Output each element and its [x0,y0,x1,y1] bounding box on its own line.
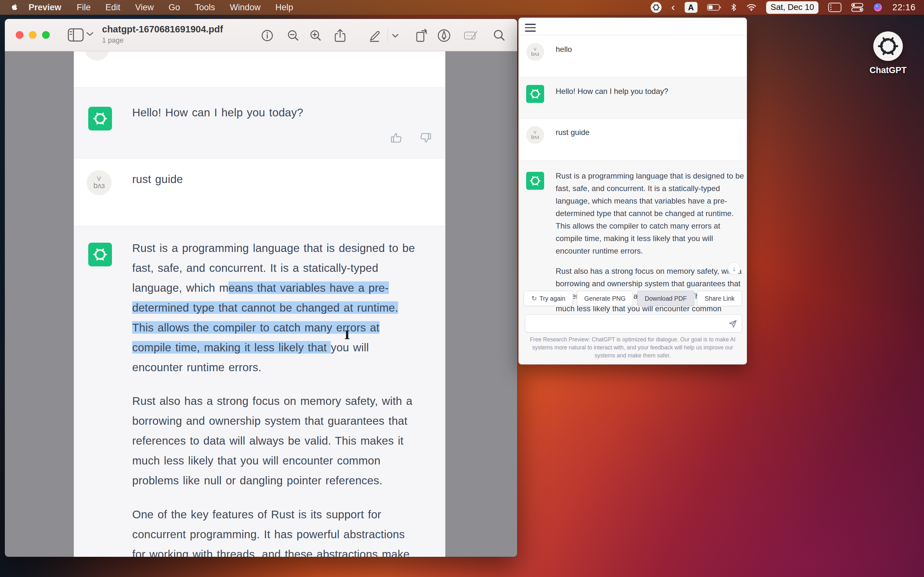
chat-text-line: determined type that cannot be changed a… [556,207,744,219]
menu-date[interactable]: Sat, Dec 10 [766,1,819,14]
chat-text-line: borrowing and ownership system that guar… [556,277,742,290]
pdf-text-line: concurrent programming. It has powerful … [132,524,410,544]
chatgpt-avatar [526,172,544,190]
pdf-text-line: encounter runtime errors. [132,358,415,377]
chatgpt-avatar [88,243,112,266]
menu-app-name[interactable]: Preview [21,0,69,15]
pdf-text-line: for working with threads, and these abst… [132,544,410,557]
openai-icon [873,31,903,61]
apple-icon[interactable] [11,2,21,13]
chevron-down-icon[interactable] [391,29,400,43]
document-titles: chatgpt-1670681691904.pdf 1 page [102,24,223,45]
chat-user-row: V bʌɜ rust guide [519,119,747,160]
pdf-text-line: borrowing and ownership system that guar… [132,411,412,431]
pdf-text-line: This allows the compiler to catch many e… [132,318,415,338]
search-icon[interactable] [492,29,506,43]
chatgpt-export-window: V bʌɜ hello Hello! How can I help you to… [519,18,747,364]
minimize-button[interactable] [29,31,37,39]
thumbs-down-icon [419,131,432,145]
toolbar-divider [388,29,388,42]
menu-item-file[interactable]: File [69,0,98,15]
chat-text-line: encounter runtime errors. [556,245,744,257]
close-button[interactable] [16,31,23,39]
text-cursor: I [344,329,350,341]
text-note-icon[interactable] [464,29,478,43]
menu-clock[interactable]: 22:16 [892,3,916,13]
menu-items: FileEditViewGoToolsWindowHelp [69,0,300,15]
user-avatar: bʌɜ [84,51,110,61]
chat-text-line: fast, safe, and concurrent. It is a stat… [556,182,744,195]
avatar-glyph: bʌɜ [94,182,105,189]
control-center-icon[interactable] [851,3,863,12]
wifi-icon[interactable] [746,3,756,11]
chat-text-line: Rust is a programming language that is d… [556,169,744,182]
input-source-badge[interactable]: A [685,2,698,13]
menu-hamburger-icon[interactable] [525,24,536,32]
menu-item-go[interactable]: Go [161,0,187,15]
pdf-text-line: Rust also has a strong focus on memory s… [132,391,412,411]
menu-item-help[interactable]: Help [268,0,300,15]
avatar-glyph: bʌɜ [91,51,102,52]
selected-text: determined type that cannot be changed a… [132,301,398,314]
chat-user-message: hello [556,45,572,54]
pdf-assistant-section-1 [74,87,445,158]
pdf-text-line: much less likely that you will encounter… [132,451,412,471]
markup-pen-icon[interactable] [437,29,451,43]
try-again-button[interactable]: ↻Try again [523,291,573,306]
pdf-text-line: compile time, making it less likely that… [132,338,415,358]
chat-assistant-message: Hello! How can I help you today? [556,87,668,96]
pdf-text-line: determined type that cannot be changed a… [132,298,415,318]
battery-icon[interactable] [707,4,721,11]
menu-item-edit[interactable]: Edit [98,0,128,15]
chatgpt-avatar [526,85,544,103]
status-area: ‹ A Sat, Dec 10 22:16 [651,1,924,14]
download-pdf-button[interactable]: Download PDF [637,291,694,306]
chatgpt-desktop-icon[interactable]: ChatGPT [863,31,914,75]
chat-assistant-row: Hello! How can I help you today? [519,77,747,119]
sidebar-icon[interactable] [68,28,84,42]
chat-header [519,18,747,35]
chat-text-line: language, which means that variables hav… [556,195,744,207]
highlighter-icon[interactable] [368,29,382,43]
openai-icon[interactable] [651,2,662,13]
pdf-text-line: Rust is a programming language that is d… [132,238,415,258]
back-chevron-icon[interactable]: ‹ [671,1,675,14]
rotate-icon[interactable] [415,29,429,43]
menu-item-view[interactable]: View [128,0,161,15]
user-avatar: V bʌɜ [526,43,544,61]
chat-user-message: rust guide [556,128,590,137]
share-icon[interactable] [333,29,347,43]
bluetooth-icon[interactable] [731,3,737,12]
sidebar-chevron-down-icon[interactable] [86,32,94,37]
preview-canvas: bʌɜ Hello! How can I help you today? V b… [5,51,517,557]
chat-text-line: compile time, making it less likely that… [556,232,744,245]
chat-response-paragraph: Rust is a programming language that is d… [556,169,744,257]
siri-icon[interactable] [873,3,883,12]
menu-bar: Preview FileEditViewGoToolsWindowHelp ‹ … [0,0,924,15]
pdf-text-line: fast, safe, and concurrent. It is a stat… [132,258,415,278]
chat-user-row: V bʌɜ hello [519,35,747,77]
pdf-page[interactable]: bʌɜ Hello! How can I help you today? V b… [74,51,445,557]
menu-left: Preview FileEditViewGoToolsWindowHelp [0,0,300,15]
info-icon[interactable] [260,29,274,43]
zoom-button[interactable] [42,31,50,39]
pdf-response-paragraph: Rust also has a strong focus on memory s… [132,391,412,490]
generate-png-button[interactable]: Generate PNG [577,291,633,306]
menu-item-window[interactable]: Window [222,0,268,15]
avatar-glyph: V [97,176,101,182]
zoom-in-icon[interactable] [309,29,323,43]
preview-toolbar: chatgpt-1670681691904.pdf 1 page [5,19,517,51]
send-icon[interactable] [728,318,738,329]
chat-footer-disclaimer: Free Research Preview: ChatGPT is optimi… [526,335,739,359]
user-avatar: V bʌɜ [526,126,544,144]
document-title: chatgpt-1670681691904.pdf [102,24,223,35]
zoom-out-icon[interactable] [286,29,300,43]
chat-message-input[interactable] [525,314,742,332]
assistant-greeting: Hello! How can I help you today? [132,103,303,122]
display-icon[interactable] [828,3,842,12]
chat-text-line: This allows the compiler to catch many e… [556,219,744,232]
avatar-glyph: bʌɜ [531,134,540,139]
scroll-to-bottom-button[interactable]: ↓ [728,262,740,275]
share-link-button[interactable]: Share Link [697,291,742,306]
menu-item-tools[interactable]: Tools [187,0,222,15]
